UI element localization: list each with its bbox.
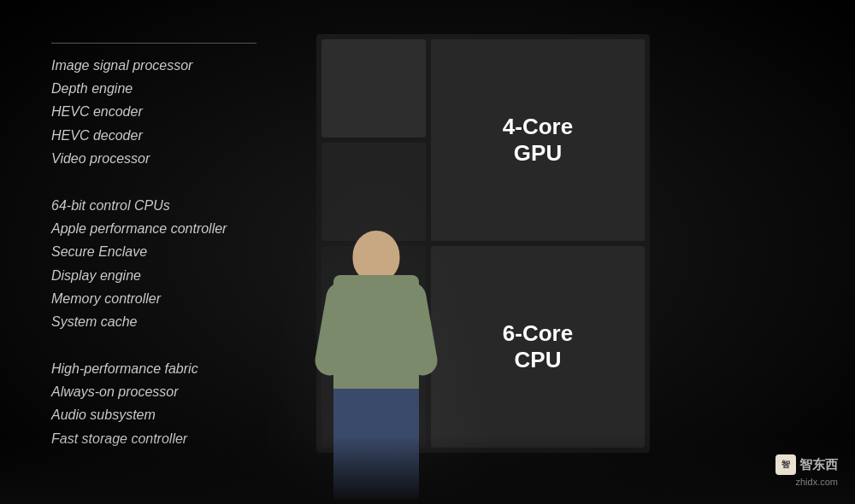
watermark-url: zhidx.com	[775, 477, 838, 487]
presenter-torso	[333, 275, 419, 395]
text-group-controllers: 64-bit control CPUs Apple performance co…	[51, 194, 316, 333]
text-item: High-performance fabric	[51, 357, 316, 380]
watermark-logo: 智 智东西	[775, 454, 838, 475]
gpu-label: 4-Core GPU	[503, 114, 573, 167]
text-item: Audio subsystem	[51, 403, 316, 426]
text-item: System cache	[51, 310, 316, 333]
text-item: HEVC decoder	[51, 124, 316, 147]
chip-cell-cpu: 6-Core CPU	[431, 246, 645, 448]
chip-cell-isp	[321, 39, 426, 138]
watermark: 智 智东西 zhidx.com	[775, 454, 838, 487]
watermark-icon: 智	[775, 454, 796, 475]
text-item: HEVC encoder	[51, 100, 316, 123]
divider-1	[51, 43, 256, 44]
text-group-imaging: Image signal processor Depth engine HEVC…	[51, 43, 316, 170]
features-text-panel: Image signal processor Depth engine HEVC…	[51, 43, 316, 474]
text-item: Image signal processor	[51, 54, 316, 77]
text-item: 64-bit control CPUs	[51, 194, 316, 217]
text-item: Apple performance controller	[51, 217, 316, 240]
watermark-text: 智东西	[799, 457, 838, 473]
memory-controller-text: Memory controller	[51, 287, 316, 310]
presenter-head	[353, 231, 400, 282]
text-item: Secure Enclave	[51, 240, 316, 263]
text-item: Always-on processor	[51, 380, 316, 403]
text-item: Video processor	[51, 147, 316, 170]
cpu-label: 6-Core CPU	[503, 320, 573, 373]
text-item: Depth engine	[51, 77, 316, 100]
stage-floor	[0, 436, 855, 504]
presentation-scene: 4-Core GPU Neural Engine 6-Core CPU	[0, 0, 855, 504]
chip-cell-gpu: 4-Core GPU	[431, 39, 645, 241]
text-item: Display engine	[51, 264, 316, 287]
